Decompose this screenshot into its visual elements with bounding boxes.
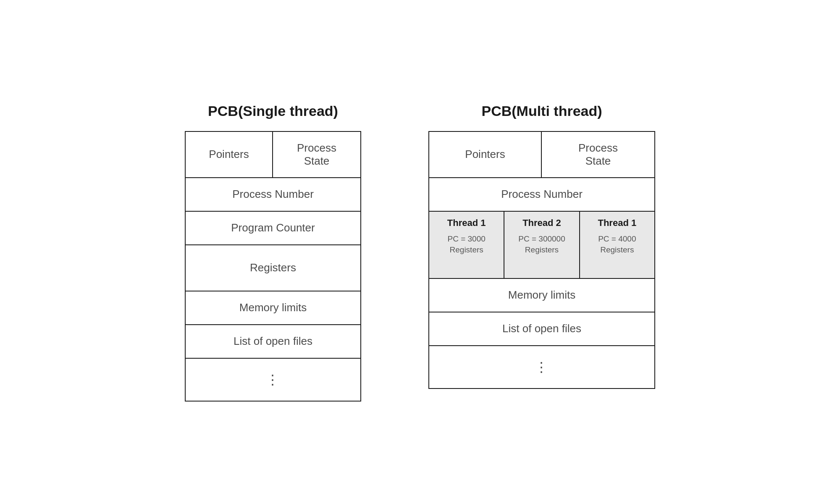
thread-2-title: Thread 2 [522,218,561,228]
single-ellipsis-row: ⋮ [186,359,360,401]
multi-pointers-cell: Pointers [429,132,542,177]
thread-3-cell: Thread 1 PC = 4000 Registers [580,212,654,278]
multi-process-state-text: ProcessState [578,142,618,168]
thread-2-cell: Thread 2 PC = 300000 Registers [504,212,580,278]
thread-1-reg: Registers [450,245,483,255]
single-process-state-text: ProcessState [297,142,336,168]
single-thread-title: PCB(Single thread) [208,103,338,119]
multi-open-files-row: List of open files [429,312,654,346]
multi-process-state-cell: ProcessState [542,132,654,177]
single-registers-row: Registers [186,245,360,291]
multi-process-number-label: Process Number [501,188,583,201]
multi-thread-pcb-wrapper: PCB(Multi thread) Pointers ProcessState … [428,103,655,389]
multi-ellipsis-row: ⋮ [429,346,654,388]
thread-2-pc: PC = 300000 [518,234,565,244]
single-program-counter-row: Program Counter [186,212,360,245]
thread-3-title: Thread 1 [598,218,636,228]
single-thread-pcb-wrapper: PCB(Single thread) Pointers ProcessState… [185,103,361,402]
single-registers-label: Registers [250,261,296,274]
threads-row: Thread 1 PC = 3000 Registers Thread 2 PC… [429,212,654,279]
single-process-number-label: Process Number [232,188,314,201]
multi-thread-table: Pointers ProcessState Process Number Thr… [428,131,655,389]
multi-open-files-label: List of open files [502,322,581,335]
single-ellipsis-label: ⋮ [266,372,280,388]
thread-1-title: Thread 1 [447,218,486,228]
thread-3-reg: Registers [600,245,634,255]
multi-memory-limits-label: Memory limits [508,289,575,302]
single-process-number-row: Process Number [186,178,360,212]
single-memory-limits-label: Memory limits [239,301,307,314]
multi-thread-title: PCB(Multi thread) [481,103,602,119]
multi-memory-limits-row: Memory limits [429,279,654,312]
single-open-files-label: List of open files [234,335,312,348]
single-open-files-row: List of open files [186,325,360,359]
single-memory-limits-row: Memory limits [186,291,360,325]
single-pointers-cell: Pointers [186,132,273,177]
thread-1-cell: Thread 1 PC = 3000 Registers [429,212,504,278]
single-top-split-row: Pointers ProcessState [186,132,360,178]
single-program-counter-label: Program Counter [231,221,315,234]
thread-1-pc: PC = 3000 [448,234,486,244]
page-container: PCB(Single thread) Pointers ProcessState… [151,78,689,427]
multi-top-split-row: Pointers ProcessState [429,132,654,178]
thread-2-reg: Registers [525,245,559,255]
single-process-state-cell: ProcessState [273,132,360,177]
single-thread-table: Pointers ProcessState Process Number Pro… [185,131,361,402]
thread-3-pc: PC = 4000 [598,234,636,244]
multi-ellipsis-label: ⋮ [535,359,549,375]
multi-process-number-row: Process Number [429,178,654,212]
